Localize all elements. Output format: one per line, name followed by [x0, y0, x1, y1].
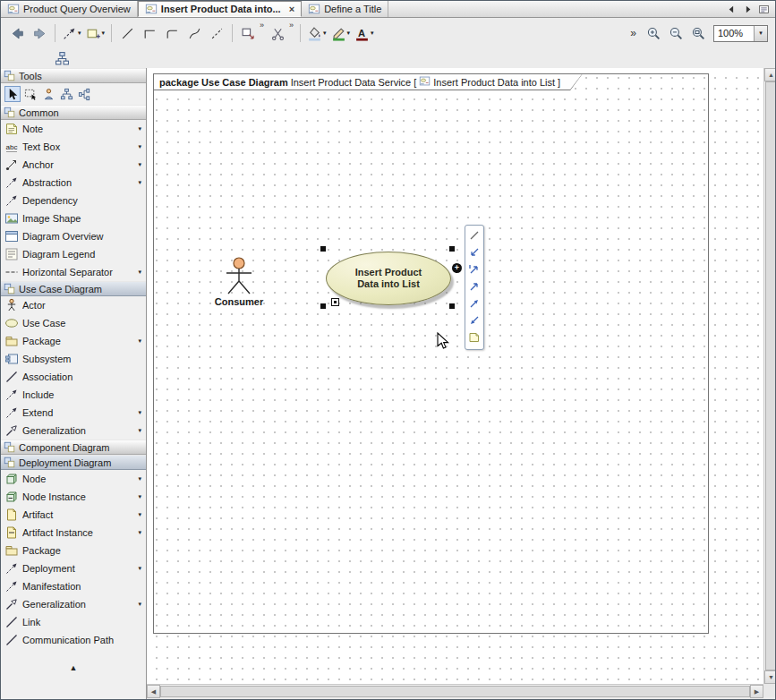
nav-left-button[interactable]: [725, 3, 738, 16]
palette-item-generalization[interactable]: Generalization▾: [1, 422, 146, 440]
palette-section-common[interactable]: Common: [1, 105, 146, 120]
palette-item-include[interactable]: Include: [1, 386, 146, 404]
palette-item-node-instance[interactable]: Node Instance▾: [1, 488, 146, 506]
fill-color-button[interactable]: ▾: [305, 21, 328, 45]
palette-item-anchor[interactable]: Anchor▾: [1, 156, 146, 174]
dropdown-arrow-icon[interactable]: ▾: [138, 179, 144, 186]
palette-item-image-shape[interactable]: Image Shape: [1, 209, 146, 227]
pen-color-button[interactable]: ▾: [329, 21, 353, 45]
path-rectilinear-button[interactable]: [139, 21, 160, 45]
tab-product-query-overview[interactable]: Product Query Overview: [1, 1, 138, 17]
tree-v-tool-button[interactable]: [58, 86, 74, 102]
dropdown-arrow-icon[interactable]: ▾: [138, 161, 144, 168]
dropdown-arrow-icon[interactable]: ▾: [138, 409, 144, 416]
dropdown-arrow-icon[interactable]: ▾: [138, 511, 144, 518]
palette-scroll-up-button[interactable]: ▲: [1, 663, 146, 672]
tab-define-a-title[interactable]: Define a Title: [302, 1, 388, 17]
palette-item-subsystem[interactable]: Subsystem: [1, 350, 146, 368]
vertical-scroll-thumb[interactable]: [765, 81, 776, 670]
tab-insert-product-data-into[interactable]: Insert Product Data into...×: [138, 1, 302, 17]
link-sw2-button[interactable]: [467, 313, 482, 329]
dropdown-arrow-icon[interactable]: ▾: [102, 30, 106, 37]
palette-item-generalization[interactable]: Generalization▾: [1, 595, 146, 613]
back-arrow-button[interactable]: [6, 21, 28, 45]
add-related-element-button[interactable]: +: [452, 263, 462, 273]
dropdown-arrow-icon[interactable]: ▾: [138, 427, 144, 434]
selection-handle-bottom-right[interactable]: [449, 303, 455, 309]
diagram-canvas[interactable]: package Use Case Diagram Insert Product …: [147, 68, 763, 684]
palette-item-link[interactable]: Link: [1, 613, 146, 631]
link-sw-button[interactable]: [467, 245, 482, 261]
palette-item-actor[interactable]: Actor: [1, 296, 146, 314]
person-tool-button[interactable]: [40, 86, 56, 102]
palette-item-deployment[interactable]: Deployment▾: [1, 559, 146, 577]
palette-item-node[interactable]: Node▾: [1, 470, 146, 488]
link-ne-solid-button[interactable]: [467, 296, 482, 312]
palette-item-use-case[interactable]: Use Case: [1, 314, 146, 332]
palette-item-abstraction[interactable]: Abstraction▾: [1, 174, 146, 192]
palette-item-artifact[interactable]: Artifact▾: [1, 506, 146, 524]
copy-format-button[interactable]: [237, 21, 259, 45]
dropdown-arrow-icon[interactable]: ▾: [138, 337, 144, 345]
palette-section-component-diagram[interactable]: Component Diagram: [1, 440, 146, 455]
palette-section-use-case-diagram[interactable]: Use Case Diagram: [1, 281, 146, 296]
dropdown-arrow-icon[interactable]: ▾: [138, 143, 144, 150]
dropdown-arrow-icon[interactable]: ▾: [138, 493, 144, 500]
palette-section-deployment-diagram[interactable]: Deployment Diagram: [1, 455, 146, 470]
link-ne-instance-button[interactable]: [467, 262, 482, 278]
path-rounded-button[interactable]: [161, 21, 183, 45]
dropdown-arrow-icon[interactable]: ▾: [138, 601, 144, 608]
dropdown-arrow-icon[interactable]: ▾: [347, 30, 351, 37]
group-overflow-icon[interactable]: »: [260, 21, 264, 30]
dropdown-arrow-icon[interactable]: ▾: [371, 30, 374, 37]
draw-line-button[interactable]: [467, 228, 482, 244]
zoom-dropdown-icon[interactable]: ▾: [754, 26, 767, 41]
horizontal-scroll-thumb[interactable]: [160, 686, 750, 697]
palette-item-text-box[interactable]: abcText Box▾: [1, 138, 146, 156]
note-comment-button[interactable]: [467, 330, 482, 346]
palette-item-diagram-overview[interactable]: Diagram Overview: [1, 227, 146, 245]
selection-handle-top-right[interactable]: [449, 246, 455, 252]
dropdown-arrow-icon[interactable]: ▾: [138, 125, 144, 132]
containment-tree-button[interactable]: [51, 47, 72, 70]
zoom-in-button[interactable]: [643, 21, 664, 45]
tree-h-tool-button[interactable]: [76, 86, 92, 102]
scroll-left-button[interactable]: ◀: [147, 685, 160, 698]
scissors-button[interactable]: [267, 21, 288, 45]
dropdown-arrow-icon[interactable]: ▾: [138, 475, 144, 482]
zoom-out-button[interactable]: [665, 21, 686, 45]
scroll-down-button[interactable]: ▼: [764, 670, 776, 684]
path-bezier-button[interactable]: [183, 21, 205, 45]
marquee-tool-button[interactable]: [22, 86, 38, 102]
palette-item-association[interactable]: Association: [1, 368, 146, 386]
dropdown-arrow-icon[interactable]: ▾: [138, 565, 144, 572]
palette-item-diagram-legend[interactable]: Diagram Legend: [1, 245, 146, 263]
forward-arrow-button[interactable]: [29, 21, 50, 45]
font-color-button[interactable]: A▾: [353, 21, 376, 45]
dependency-tool-button[interactable]: ▾: [60, 21, 83, 45]
zoom-level-combobox[interactable]: 100%▾: [713, 25, 768, 42]
vertical-scrollbar[interactable]: ▲ ▼: [763, 68, 776, 684]
link-ne-button[interactable]: [467, 279, 482, 295]
nav-right-button[interactable]: [741, 3, 755, 16]
selection-handle-bottom-left[interactable]: [320, 303, 326, 309]
use-case-shape[interactable]: Insert Product Data into List: [326, 252, 451, 305]
path-oblique-button[interactable]: [116, 21, 138, 45]
select-tool-button[interactable]: [4, 86, 21, 102]
dropdown-arrow-icon[interactable]: ▾: [323, 30, 327, 37]
palette-item-package[interactable]: Package: [1, 542, 146, 559]
palette-item-manifestation[interactable]: Manifestation: [1, 577, 146, 595]
add-shape-tool-button[interactable]: ▾: [84, 21, 107, 45]
palette-item-communication-path[interactable]: Communication Path: [1, 631, 146, 649]
horizontal-scrollbar[interactable]: ◀ ▶: [147, 684, 763, 697]
palette-section-tools[interactable]: Tools: [1, 68, 146, 83]
selection-handle-top-left[interactable]: [320, 246, 326, 252]
palette-item-artifact-instance[interactable]: Artifact Instance▾: [1, 524, 146, 542]
path-dashed-button[interactable]: [206, 21, 227, 45]
toolbar-overflow-icon[interactable]: »: [630, 27, 636, 39]
actor-consumer[interactable]: Consumer: [206, 257, 272, 307]
dropdown-arrow-icon[interactable]: ▾: [138, 269, 144, 276]
tab-list-button[interactable]: [757, 3, 771, 16]
dropdown-arrow-icon[interactable]: ▾: [78, 30, 81, 37]
palette-item-dependency[interactable]: Dependency: [1, 192, 146, 209]
